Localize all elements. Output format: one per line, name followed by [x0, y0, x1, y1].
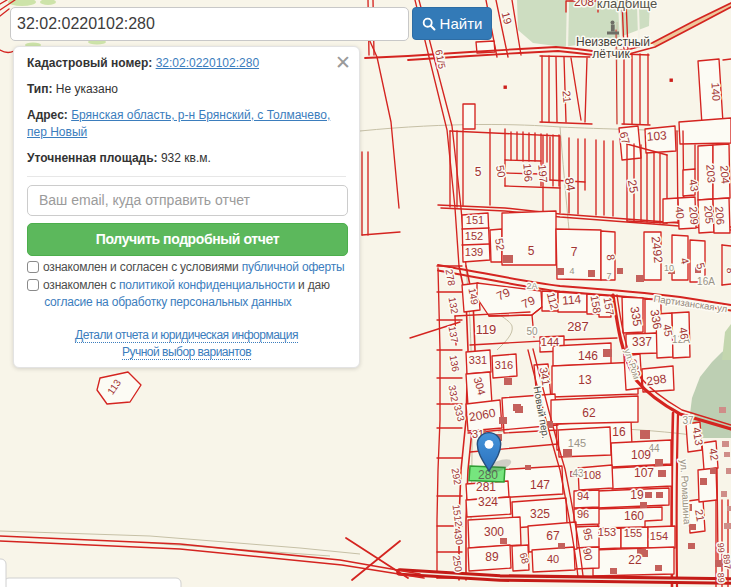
svg-text:42: 42: [707, 447, 721, 461]
svg-text:40: 40: [547, 553, 559, 565]
svg-text:лётчик: лётчик: [592, 47, 630, 61]
svg-text:298: 298: [646, 372, 668, 389]
svg-text:67: 67: [546, 529, 560, 543]
svg-text:196: 196: [521, 163, 535, 182]
svg-text:кладбище: кладбище: [597, 0, 658, 11]
svg-text:22: 22: [628, 553, 642, 567]
svg-text:2492: 2492: [649, 236, 666, 264]
svg-text:40: 40: [673, 206, 686, 219]
svg-text:331: 331: [469, 354, 487, 366]
svg-text:209: 209: [687, 206, 701, 225]
svg-text:154: 154: [650, 530, 668, 542]
svg-text:316: 316: [495, 359, 513, 371]
svg-text:19: 19: [630, 488, 644, 502]
svg-text:52: 52: [493, 237, 507, 251]
svg-text:103: 103: [646, 128, 667, 143]
svg-text:108: 108: [583, 469, 601, 481]
svg-text:13: 13: [578, 373, 592, 387]
svg-text:45: 45: [661, 323, 675, 337]
svg-text:99: 99: [716, 542, 727, 553]
svg-text:897: 897: [721, 554, 731, 570]
svg-text:109: 109: [631, 448, 651, 462]
svg-text:43: 43: [687, 178, 701, 192]
svg-text:287: 287: [567, 319, 589, 334]
svg-text:37: 37: [682, 415, 694, 426]
svg-text:155: 155: [624, 527, 642, 539]
svg-text:203: 203: [704, 164, 718, 183]
svg-text:152: 152: [465, 230, 483, 242]
svg-text:16А: 16А: [697, 276, 715, 287]
svg-text:62: 62: [582, 406, 596, 420]
svg-text:208: 208: [574, 0, 594, 9]
svg-text:324: 324: [478, 495, 498, 509]
svg-text:140: 140: [710, 82, 723, 101]
svg-text:89: 89: [485, 550, 499, 564]
svg-text:50: 50: [526, 326, 538, 337]
svg-text:145: 145: [568, 437, 586, 449]
svg-text:144: 144: [541, 336, 559, 348]
svg-text:25: 25: [625, 179, 641, 195]
svg-text:90: 90: [581, 547, 595, 561]
svg-text:89: 89: [716, 572, 727, 583]
svg-text:94: 94: [577, 490, 589, 502]
svg-text:10: 10: [664, 263, 674, 273]
svg-text:84: 84: [562, 177, 578, 193]
svg-text:21: 21: [560, 90, 573, 103]
svg-text:114: 114: [562, 292, 583, 308]
svg-text:300: 300: [484, 525, 504, 539]
svg-text:204: 204: [718, 165, 731, 184]
svg-text:153: 153: [598, 526, 616, 538]
svg-text:206: 206: [713, 206, 727, 225]
svg-text:95: 95: [581, 527, 595, 541]
svg-text:21: 21: [693, 508, 707, 522]
svg-text:325: 325: [530, 507, 550, 521]
svg-text:160: 160: [624, 509, 644, 523]
svg-text:147: 147: [530, 478, 550, 492]
svg-text:4: 4: [569, 266, 574, 276]
svg-text:107: 107: [634, 466, 654, 480]
svg-text:119: 119: [476, 322, 497, 337]
svg-text:50: 50: [494, 164, 508, 178]
svg-text:7: 7: [606, 271, 611, 281]
svg-text:2А: 2А: [526, 281, 537, 291]
svg-text:151: 151: [466, 214, 484, 226]
svg-text:7: 7: [571, 245, 578, 259]
svg-text:46: 46: [677, 326, 691, 340]
svg-text:139: 139: [465, 246, 483, 258]
svg-text:337: 337: [632, 335, 652, 349]
svg-text:146: 146: [578, 349, 598, 363]
svg-text:5: 5: [475, 165, 482, 179]
svg-text:16: 16: [612, 425, 626, 439]
svg-text:5: 5: [528, 244, 535, 258]
svg-text:197: 197: [536, 164, 550, 183]
svg-text:96: 96: [577, 508, 589, 520]
